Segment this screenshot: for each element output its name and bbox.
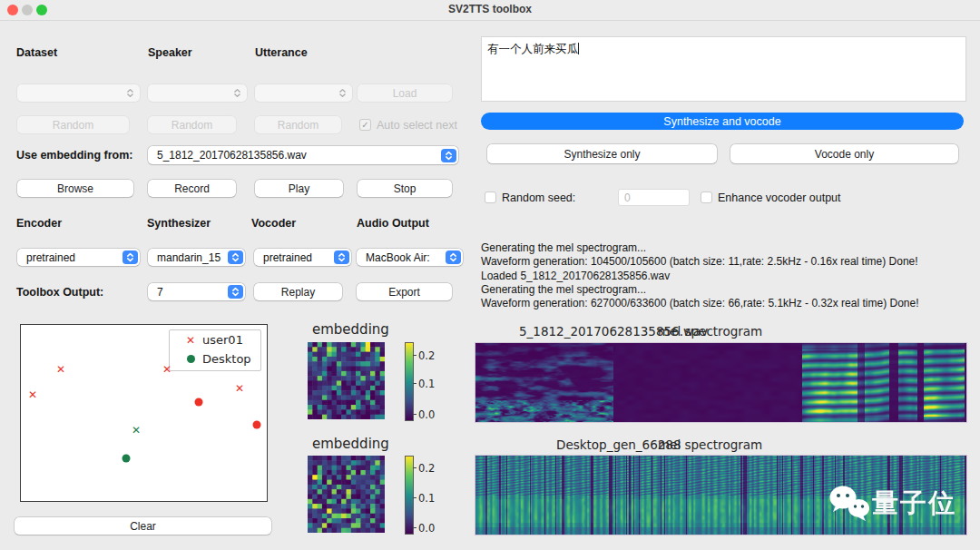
scatter-point — [195, 398, 203, 407]
colorbar-tick: 0.0 — [418, 522, 435, 535]
chevron-updown-icon — [230, 86, 245, 100]
text-caret — [578, 43, 579, 54]
auto-select-next-checkbox[interactable]: ✓ — [359, 119, 371, 131]
watermark-text: 量子位 — [872, 486, 956, 522]
projection-plot: ✕ user01 Desktop ✕✕✕✕✕ — [20, 324, 268, 502]
audio-output-label: Audio Output — [357, 217, 429, 230]
scatter-point: ✕ — [28, 388, 37, 401]
dot-marker-icon — [179, 352, 202, 366]
use-embedding-label: Use embedding from: — [16, 149, 133, 162]
log-line: Generating the mel spectrogram... — [481, 283, 971, 297]
window-title: SV2TTS toolbox — [0, 3, 980, 15]
legend-item: Desktop — [170, 349, 260, 368]
audio-output-select[interactable]: MacBook Air: — [357, 249, 463, 266]
synthesize-only-button[interactable]: Synthesize only — [487, 144, 717, 163]
embedding-title: embedding — [312, 321, 389, 338]
embedding-heatmap — [308, 456, 385, 533]
speaker-select[interactable] — [148, 84, 247, 102]
chevron-updown-icon — [228, 250, 243, 264]
chevron-updown-icon — [228, 285, 243, 299]
synthesis-text-input[interactable]: 有一个人前来买瓜 — [481, 36, 966, 102]
embedding-source-select[interactable]: 5_1812_20170628135856.wav — [148, 146, 458, 164]
title-bar: SV2TTS toolbox — [0, 0, 980, 21]
log-line: Waveform generation: 627000/633600 (batc… — [481, 297, 971, 310]
random-seed-checkbox[interactable] — [485, 192, 496, 203]
enhance-vocoder-checkbox[interactable] — [701, 192, 712, 203]
seed-input[interactable]: 0 — [618, 189, 690, 206]
scatter-point: ✕ — [235, 382, 244, 395]
scatter-point: ✕ — [56, 363, 65, 376]
chevron-updown-icon — [335, 86, 350, 100]
export-button[interactable]: Export — [357, 283, 452, 300]
log-output: Generating the mel spectrogram...Wavefor… — [481, 241, 971, 310]
mel-spectrogram — [475, 342, 967, 423]
replay-button[interactable]: Replay — [254, 283, 342, 300]
spectrogram-title: mel spectrogram — [658, 437, 762, 452]
auto-select-next-label: Auto select next — [377, 119, 457, 132]
clear-button[interactable]: Clear — [15, 517, 271, 535]
plot-legend: ✕ user01 Desktop — [169, 329, 261, 371]
log-line: Waveform generation: 104500/105600 (batc… — [481, 255, 971, 269]
checkmark-icon: ✓ — [361, 120, 368, 130]
scatter-point — [253, 421, 261, 429]
speaker-label: Speaker — [148, 46, 192, 59]
embedding-title: embedding — [312, 436, 389, 452]
scatter-point: ✕ — [132, 424, 141, 437]
wechat-icon — [828, 484, 872, 524]
browse-button[interactable]: Browse — [17, 180, 133, 197]
utterance-label: Utterance — [255, 46, 308, 59]
spectrogram-title: mel spectrogram — [658, 324, 762, 339]
vocoder-select[interactable]: pretrained — [254, 249, 351, 266]
legend-item: ✕ user01 — [170, 330, 260, 349]
scatter-point: ✕ — [162, 363, 172, 376]
dataset-random-button[interactable]: Random — [17, 116, 129, 133]
colorbar-tick: 0.0 — [418, 408, 435, 421]
enhance-vocoder-label: Enhance vocoder output — [718, 192, 841, 204]
toolbox-output-select[interactable]: 7 — [148, 283, 245, 300]
vocode-only-button[interactable]: Vocode only — [730, 144, 958, 163]
chevron-updown-icon — [441, 149, 456, 162]
log-line: Loaded 5_1812_20170628135856.wav — [481, 270, 971, 283]
utterance-random-button[interactable]: Random — [255, 116, 341, 133]
colorbar-tick: 0.1 — [418, 492, 435, 505]
speaker-random-button[interactable]: Random — [148, 116, 236, 133]
random-seed-label: Random seed: — [502, 192, 575, 204]
colorbar-tick: 0.2 — [418, 349, 435, 362]
record-button[interactable]: Record — [148, 180, 236, 197]
sv2tts-window: SV2TTS toolbox Dataset Speaker Utterance… — [0, 0, 980, 550]
load-button[interactable]: Load — [358, 84, 452, 102]
encoder-label: Encoder — [16, 217, 62, 230]
vocoder-label: Vocoder — [251, 217, 296, 230]
stop-button[interactable]: Stop — [358, 180, 452, 197]
log-line: Generating the mel spectrogram... — [481, 241, 971, 255]
synthesize-and-vocode-button[interactable]: Synthesize and vocode — [481, 113, 964, 130]
colorbar-tick: 0.1 — [418, 378, 435, 390]
embedding-heatmap — [308, 342, 385, 419]
chevron-updown-icon — [446, 250, 461, 264]
encoder-select[interactable]: pretrained — [17, 249, 140, 266]
scatter-point — [122, 455, 131, 463]
watermark: 量子位 — [828, 484, 956, 524]
toolbox-output-label: Toolbox Output: — [16, 286, 103, 299]
play-button[interactable]: Play — [255, 180, 343, 197]
dataset-select[interactable] — [17, 84, 140, 102]
colorbar-tick: 0.2 — [418, 462, 435, 475]
legend-label: user01 — [202, 333, 243, 347]
legend-label: Desktop — [202, 352, 251, 366]
chevron-updown-icon — [122, 250, 138, 264]
chevron-updown-icon — [334, 250, 349, 264]
synthesizer-select[interactable]: mandarin_15 — [148, 249, 245, 266]
chevron-updown-icon — [122, 86, 138, 100]
synthesizer-label: Synthesizer — [147, 217, 211, 230]
dataset-label: Dataset — [16, 46, 57, 59]
utterance-select[interactable] — [255, 84, 352, 102]
x-marker-icon: ✕ — [179, 334, 202, 347]
